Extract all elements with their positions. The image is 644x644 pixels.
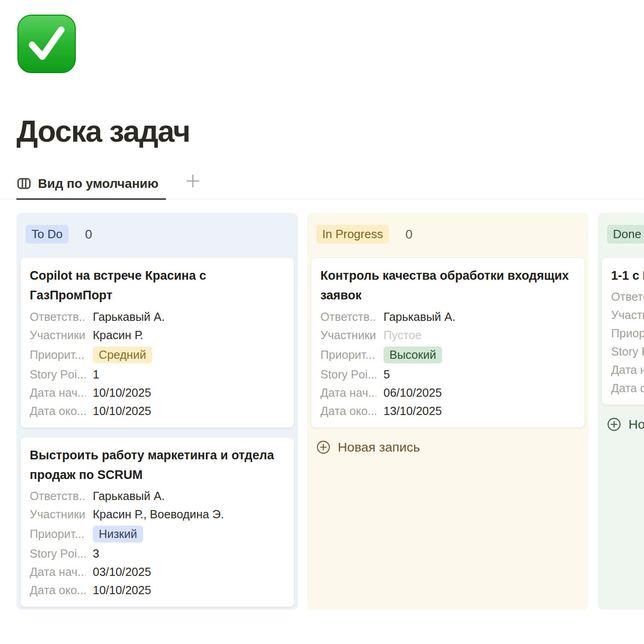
field-value: Гарькавый А. (93, 310, 165, 324)
card-field-participants: Участники Красин Р. (30, 328, 285, 342)
card-title: Выстроить работу маркетинга и отдела про… (30, 446, 285, 485)
card-field-story-points: Story Poi... (611, 345, 644, 359)
field-label: Story Poi... (30, 368, 85, 381)
view-tabbar: Вид по умолчанию (0, 173, 644, 199)
card-field-end-date: Дата око... (611, 381, 644, 395)
field-value: 03/10/2025 (93, 565, 151, 579)
field-value: 5 (383, 368, 390, 381)
field-value: 10/10/2025 (93, 584, 151, 597)
field-label: Story Poi... (30, 547, 85, 560)
column-in-progress: In Progress 0 Контроль качества обработк… (307, 213, 589, 610)
field-value: 06/10/2025 (383, 386, 442, 399)
field-value-empty: Пустое (383, 329, 421, 342)
field-value: 10/10/2025 (93, 404, 151, 418)
field-label: Дата око... (30, 584, 85, 597)
column-count-in-progress: 0 (405, 227, 413, 242)
field-label: Приорит... (611, 327, 644, 340)
field-label: Приорит... (30, 527, 85, 541)
column-header-todo: To Do 0 (20, 225, 294, 244)
task-card[interactable]: Выстроить работу маркетинга и отдела про… (20, 437, 294, 607)
card-field-start-date: Дата нач... (611, 363, 644, 377)
field-label: Ответств... (30, 310, 85, 324)
card-field-start-date: Дата нач... 06/10/2025 (320, 386, 575, 400)
card-field-end-date: Дата око... 10/10/2025 (30, 583, 285, 597)
field-label: Дата око... (611, 382, 644, 395)
card-field-end-date: Дата око... 13/10/2025 (320, 404, 575, 418)
field-value: 10/10/2025 (93, 386, 151, 399)
column-done: Done 1-1 с РО Ответств... Участники Прио… (598, 213, 644, 610)
status-badge-todo[interactable]: To Do (26, 225, 69, 244)
kanban-board: To Do 0 Copilot на встрече Красина с Газ… (16, 213, 644, 610)
card-field-priority: Приорит... Низкий (30, 526, 285, 543)
card-title: Контроль качества обработки входящих зая… (320, 266, 575, 305)
field-label: Участники (320, 329, 376, 342)
card-field-story-points: Story Poi... 5 (320, 367, 575, 382)
status-badge-done[interactable]: Done (607, 225, 644, 244)
card-title: 1-1 с РО (611, 266, 644, 286)
field-value: Гарькавый А. (93, 490, 165, 503)
field-label: Приорит... (320, 348, 376, 362)
priority-badge: Средний (93, 346, 152, 363)
field-value: 13/10/2025 (383, 404, 442, 418)
field-value: Гарькавый А. (383, 310, 455, 324)
card-field-story-points: Story Poi... 3 (30, 547, 285, 561)
field-label: Story Poi... (611, 345, 644, 358)
field-label: Дата нач... (30, 386, 85, 399)
card-field-owner: Ответств... Гарькавый А. (320, 310, 575, 324)
priority-badge: Высокий (383, 346, 442, 363)
card-field-owner: Ответств... (611, 290, 644, 304)
field-label: Участники (30, 329, 85, 342)
task-card[interactable]: 1-1 с РО Ответств... Участники Приорит..… (601, 257, 644, 405)
field-label: Участники (30, 508, 85, 521)
card-field-participants: Участники (611, 308, 644, 322)
plus-circle-icon (607, 417, 621, 431)
task-card[interactable]: Контроль качества обработки входящих зая… (311, 257, 585, 427)
column-header-done: Done (601, 225, 644, 244)
field-label: Ответств... (320, 310, 376, 324)
tab-default-view[interactable]: Вид по умолчанию (16, 176, 166, 200)
priority-badge: Низкий (93, 526, 143, 543)
new-record-label: Новая запись (628, 417, 644, 432)
field-label: Story Poi... (320, 368, 376, 381)
new-record-button[interactable]: Новая запись (601, 417, 644, 432)
field-label: Дата око... (320, 404, 376, 418)
field-label: Дата нач... (30, 565, 85, 579)
card-field-start-date: Дата нач... 03/10/2025 (30, 565, 285, 579)
column-header-in-progress: In Progress 0 (311, 225, 585, 244)
status-badge-in-progress[interactable]: In Progress (316, 225, 389, 244)
card-field-participants: Участники Пустое (320, 328, 575, 342)
field-label: Участники (611, 309, 644, 322)
card-field-participants: Участники Красин Р., Воеводина Э. (30, 507, 285, 522)
field-label: Дата око... (30, 404, 85, 418)
card-field-end-date: Дата око... 10/10/2025 (30, 404, 285, 418)
plus-icon (185, 173, 201, 189)
new-record-button[interactable]: Новая запись (311, 440, 420, 455)
field-value: Красин Р. (93, 329, 144, 342)
field-label: Ответств... (611, 290, 644, 303)
field-label: Дата нач... (320, 386, 376, 399)
card-field-priority: Приорит... Высокий (320, 346, 575, 363)
new-record-label: Новая запись (338, 440, 420, 455)
column-count-todo: 0 (85, 227, 92, 242)
card-field-start-date: Дата нач... 10/10/2025 (30, 386, 285, 400)
page-icon-check-emoji[interactable] (16, 14, 77, 74)
board-view-icon (16, 176, 32, 191)
field-value: 3 (93, 547, 99, 560)
page: Доска задач Вид по умолчанию To Do 0 (0, 14, 644, 610)
field-label: Ответств... (30, 490, 85, 503)
card-field-priority: Приорит... Средний (30, 346, 285, 363)
card-field-owner: Ответств... Гарькавый А. (30, 310, 285, 324)
field-label: Дата нач... (611, 363, 644, 377)
plus-circle-icon (316, 440, 330, 454)
column-todo: To Do 0 Copilot на встрече Красина с Газ… (16, 213, 298, 610)
field-label: Приорит... (30, 348, 85, 362)
card-field-story-points: Story Poi... 1 (30, 367, 285, 382)
add-view-button[interactable] (185, 173, 201, 199)
card-field-owner: Ответств... Гарькавый А. (30, 489, 285, 503)
card-title: Copilot на встрече Красина с ГазПромПорт (30, 266, 285, 305)
field-value: 1 (93, 368, 99, 381)
task-card[interactable]: Copilot на встрече Красина с ГазПромПорт… (20, 257, 294, 427)
tab-label: Вид по умолчанию (38, 176, 159, 191)
card-field-priority: Приорит... (611, 326, 644, 341)
field-value: Красин Р., Воеводина Э. (93, 508, 224, 521)
